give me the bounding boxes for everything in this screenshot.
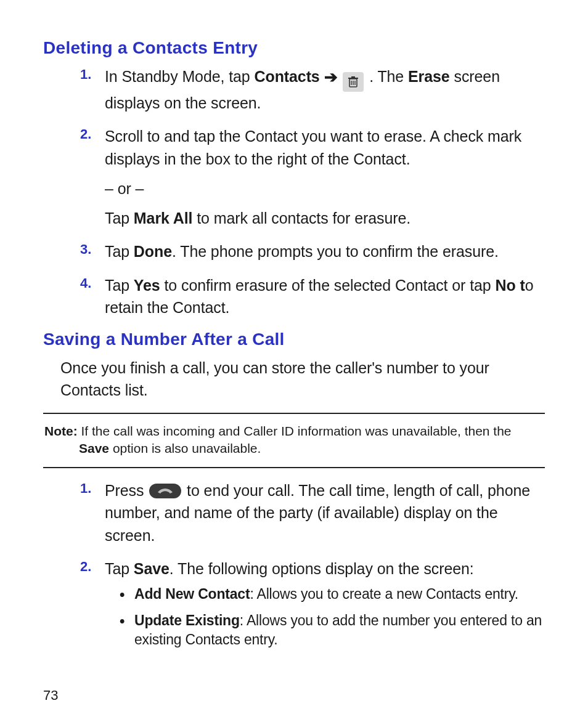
- text: : Allows you to create a new Contacts en…: [250, 586, 518, 602]
- text: Tap: [105, 560, 134, 577]
- bold-text: Update Existing: [134, 612, 240, 628]
- bullet-item: • Add New Contact: Allows you to create …: [120, 585, 545, 604]
- divider: [43, 467, 545, 468]
- step-text: Tap Done. The phone prompts you to confi…: [105, 240, 499, 262]
- bold-text: Yes: [134, 277, 160, 294]
- or-text: – or –: [105, 177, 545, 200]
- step-number: 1.: [80, 479, 105, 546]
- bullet-text: Update Existing: Allows you to add the n…: [134, 611, 545, 649]
- text: Tap: [105, 209, 134, 227]
- manual-page: Deleting a Contacts Entry 1. In Standby …: [0, 0, 588, 722]
- bold-text: Add New Contact: [134, 586, 250, 602]
- end-call-icon: [149, 484, 181, 498]
- text: option is also unavailable.: [109, 441, 261, 455]
- step-text: In Standby Mode, tap Contacts ➔ . The Er…: [105, 65, 545, 114]
- step-text: Press to end your call. The call time, l…: [105, 479, 545, 546]
- heading-saving-number: Saving a Number After a Call: [43, 330, 545, 349]
- list-item: 1. In Standby Mode, tap Contacts ➔ . The…: [80, 65, 545, 114]
- text: . The following options display on the s…: [169, 560, 474, 577]
- text: . The phone prompts you to confirm the e…: [172, 243, 499, 260]
- list-item: 2. Tap Save. The following options displ…: [80, 558, 545, 657]
- text: . The: [365, 68, 408, 85]
- step-text: Tap Save. The following options display …: [105, 558, 545, 657]
- bullet-text: Add New Contact: Allows you to create a …: [134, 585, 518, 604]
- svg-rect-4: [348, 78, 358, 79]
- ordered-list-deleting: 1. In Standby Mode, tap Contacts ➔ . The…: [43, 65, 545, 318]
- bold-text: Done: [134, 243, 172, 260]
- page-number: 73: [43, 688, 545, 704]
- list-item: 4. Tap Yes to confirm erasure of the sel…: [80, 274, 545, 319]
- heading-deleting-contacts: Deleting a Contacts Entry: [43, 38, 545, 58]
- intro-text: Once you finish a call, you can store th…: [60, 357, 545, 402]
- divider: [43, 413, 545, 414]
- bold-text: Save: [79, 441, 109, 455]
- text: Tap: [105, 243, 134, 260]
- list-item: 3. Tap Done. The phone prompts you to co…: [80, 240, 545, 262]
- step-number: 2.: [80, 125, 105, 229]
- bold-text: Contacts: [255, 68, 320, 85]
- svg-rect-5: [351, 76, 355, 78]
- step-number: 2.: [80, 558, 105, 657]
- bullet-list: • Add New Contact: Allows you to create …: [105, 585, 545, 649]
- text: Tap: [105, 277, 134, 294]
- step-number: 1.: [80, 65, 105, 114]
- arrow-icon: ➔: [324, 68, 338, 86]
- bold-text: Save: [134, 560, 169, 577]
- ordered-list-saving: 1. Press to end your call. The call time…: [43, 479, 545, 657]
- note-text: Note: If the call was incoming and Calle…: [44, 423, 544, 458]
- bold-text: Erase: [408, 68, 450, 85]
- step-number: 4.: [80, 274, 105, 319]
- text: to mark all contacts for erasure.: [192, 209, 410, 227]
- text: Tap Mark All to mark all contacts for er…: [105, 207, 545, 229]
- step-number: 3.: [80, 240, 105, 262]
- list-item: 1. Press to end your call. The call time…: [80, 479, 545, 546]
- bold-text: No t: [495, 277, 525, 294]
- text: Press: [105, 482, 148, 499]
- bold-text: Mark All: [134, 209, 193, 227]
- text: In Standby Mode, tap: [105, 68, 255, 85]
- bullet-marker: •: [120, 611, 134, 649]
- step-text: Scroll to and tap the Contact you want t…: [105, 125, 545, 229]
- step-text: Tap Yes to confirm erasure of the select…: [105, 274, 545, 319]
- text: to confirm erasure of the selected Conta…: [160, 277, 496, 294]
- note-label: Note:: [44, 424, 78, 438]
- bullet-item: • Update Existing: Allows you to add the…: [120, 611, 545, 649]
- text: If the call was incoming and Caller ID i…: [78, 424, 512, 438]
- trash-icon: [343, 72, 364, 92]
- bullet-marker: •: [120, 585, 134, 604]
- text: Scroll to and tap the Contact you want t…: [105, 128, 521, 167]
- list-item: 2. Scroll to and tap the Contact you wan…: [80, 125, 545, 229]
- note-box: Note: If the call was incoming and Calle…: [43, 418, 545, 464]
